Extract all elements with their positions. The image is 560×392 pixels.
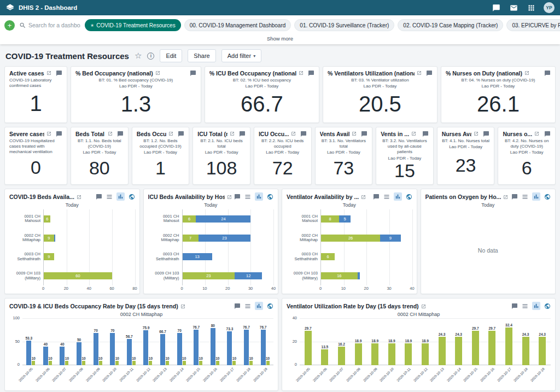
map-view-icon[interactable] <box>544 303 551 309</box>
table-view-icon[interactable] <box>244 194 251 200</box>
dhis2-logo-icon[interactable] <box>5 3 15 13</box>
open-in-app-icon[interactable] <box>291 131 296 136</box>
share-button[interactable]: Share <box>188 49 215 62</box>
category-label: 0001 CH Mahosot <box>287 209 320 229</box>
hospital-charts-row: COVID-19 Beds Availa...Today0001 CH Maho… <box>4 189 556 294</box>
interpretations-icon[interactable] <box>511 194 518 200</box>
user-avatar[interactable]: YP <box>544 2 555 13</box>
dashboard-chip[interactable]: 01. COVID-19 Surveillance (Tracker) <box>294 19 394 31</box>
interpretations-icon[interactable] <box>178 131 184 137</box>
card-title: COVID-19 Beds Availa... <box>9 194 74 200</box>
chart-view-icon[interactable] <box>116 192 125 201</box>
interpretations-icon[interactable] <box>239 131 246 137</box>
open-in-app-icon[interactable] <box>108 131 113 136</box>
interpretations-icon[interactable] <box>544 131 551 137</box>
category-label: 0003 CH Setthathirath <box>287 248 320 267</box>
dashboard-titlebar: COVID-19 Treatment Resources ☆ i Edit Sh… <box>0 44 560 66</box>
interpretations-icon[interactable] <box>56 70 62 77</box>
open-in-app-icon[interactable] <box>46 71 51 75</box>
interpretations-icon[interactable] <box>56 131 62 137</box>
chart-view-icon[interactable] <box>255 192 263 201</box>
open-in-app-icon[interactable] <box>411 131 416 136</box>
interpretations-icon[interactable] <box>511 303 518 309</box>
interpretations-icon[interactable] <box>96 194 102 200</box>
dashboard-chip[interactable]: 03. EPICURVE by Province <box>506 19 560 31</box>
stat-value: 15 <box>381 161 429 182</box>
interpretations-icon[interactable] <box>361 131 368 137</box>
chart-view-icon[interactable] <box>532 192 540 201</box>
interpretations-icon[interactable] <box>373 194 380 200</box>
interpretations-icon[interactable] <box>483 131 489 137</box>
table-view-icon[interactable] <box>522 303 528 309</box>
table-view-icon[interactable] <box>106 194 113 200</box>
dashboard-search[interactable] <box>19 22 80 29</box>
interpretations-icon[interactable] <box>117 131 124 137</box>
interpretations-icon[interactable] <box>234 303 241 309</box>
dashboard-chip[interactable]: 02. COVID-19 Case Mapping (Tracker) <box>398 19 503 31</box>
interpretations-icon[interactable] <box>190 70 196 77</box>
column-value-label: 29.7 <box>305 326 312 330</box>
column-value-label: 66.7 <box>159 330 166 334</box>
interpretations-icon[interactable] <box>234 194 241 200</box>
map-view-icon[interactable] <box>267 194 273 200</box>
y-tick-label: 20 <box>293 339 297 344</box>
open-in-app-icon[interactable] <box>46 131 51 136</box>
open-in-app-icon[interactable] <box>503 195 508 200</box>
dashboard-chip[interactable]: 00. COVID-19 Management Dashboard <box>184 19 291 31</box>
open-in-app-icon[interactable] <box>299 71 304 75</box>
show-more-button[interactable]: Show more <box>0 35 560 44</box>
column-value-label: 76.7 <box>192 325 200 329</box>
open-in-app-icon[interactable] <box>230 131 235 136</box>
map-view-icon[interactable] <box>544 194 551 200</box>
open-in-app-icon[interactable] <box>474 131 479 136</box>
add-filter-button[interactable]: Add filter ▾ <box>221 49 261 62</box>
column-bar: 66.7 <box>160 334 165 365</box>
column-value-label: 40 <box>44 342 48 346</box>
open-in-app-icon[interactable] <box>352 131 357 136</box>
stat-value: 0 <box>9 155 62 182</box>
table-view-icon[interactable] <box>244 303 251 309</box>
apps-icon[interactable] <box>527 4 535 12</box>
map-view-icon[interactable] <box>406 194 412 200</box>
chart-view-icon[interactable] <box>255 302 263 310</box>
open-in-app-icon[interactable] <box>534 131 539 136</box>
open-in-app-icon[interactable] <box>421 304 426 309</box>
chart-view-icon[interactable] <box>532 302 540 310</box>
edit-button[interactable]: Edit <box>160 49 182 62</box>
interpretations-icon[interactable] <box>300 131 307 137</box>
table-view-icon[interactable] <box>383 194 390 200</box>
open-in-app-icon[interactable] <box>168 131 173 136</box>
favorite-star-icon[interactable]: ☆ <box>135 52 142 60</box>
interpretations-icon[interactable] <box>308 70 314 77</box>
open-in-app-icon[interactable] <box>417 71 422 75</box>
bar-segment <box>54 235 55 242</box>
open-in-app-icon[interactable] <box>524 71 529 75</box>
interpretations-icon[interactable] <box>544 70 551 77</box>
open-in-app-icon[interactable] <box>361 195 366 200</box>
card-period: Lao PDR - Today <box>328 84 433 89</box>
search-input[interactable] <box>28 22 80 28</box>
stat-value: 73 <box>320 156 368 182</box>
open-in-app-icon[interactable] <box>155 71 160 75</box>
interpretations-icon[interactable] <box>492 4 500 12</box>
chart-subtitle: 0002 CH Mittaphap <box>9 312 273 317</box>
new-dashboard-button[interactable]: + <box>4 20 15 31</box>
dashboard-chip-selected[interactable]: ★ COVID-19 Treatment Resources <box>85 19 181 31</box>
open-in-app-icon[interactable] <box>77 195 81 200</box>
open-in-app-icon[interactable] <box>227 195 232 200</box>
interpretations-icon[interactable] <box>426 70 433 77</box>
column-value-label: 53.3 <box>25 336 32 340</box>
table-view-icon[interactable] <box>522 194 528 200</box>
map-view-icon[interactable] <box>129 194 135 200</box>
open-in-app-icon[interactable] <box>180 304 185 309</box>
trend-charts-row: COVID-19 & ICU Beds Occupancy Rate by Da… <box>4 298 556 391</box>
bar-segment: 9 <box>44 235 54 242</box>
interpretations-icon[interactable] <box>422 131 429 137</box>
column-bar: 70 <box>94 333 98 366</box>
messages-icon[interactable] <box>510 4 518 12</box>
info-icon[interactable]: i <box>147 52 154 60</box>
map-view-icon[interactable] <box>267 303 273 309</box>
stat-card: Vents Availab...BT: 3.1. No. Ventilators… <box>315 127 373 185</box>
card-title: ICU Occu... <box>259 131 289 138</box>
chart-view-icon[interactable] <box>394 192 402 201</box>
